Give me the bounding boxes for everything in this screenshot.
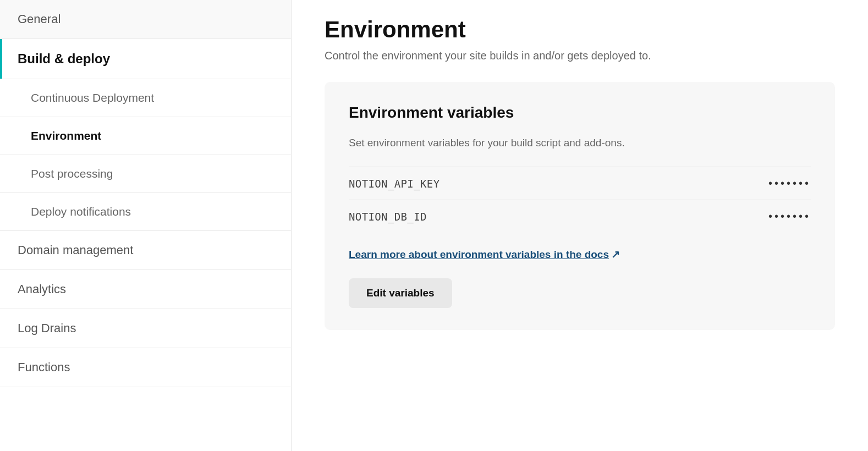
sidebar-item-label: Domain management: [18, 243, 133, 257]
learn-more-text: Learn more about environment variables i…: [349, 249, 609, 260]
sidebar-item-label: General: [18, 12, 61, 26]
card-description: Set environment variables for your build…: [349, 137, 811, 149]
sidebar-item-label: Build & deploy: [18, 51, 110, 67]
page-subtitle: Control the environment your site builds…: [325, 50, 835, 62]
env-variables-card: Environment variables Set environment va…: [325, 82, 835, 330]
sidebar-item-label: Analytics: [18, 282, 66, 296]
env-var-row: NOTION_API_KEY •••••••: [349, 167, 811, 200]
external-link-icon: ↗: [611, 248, 620, 261]
page-title: Environment: [325, 16, 835, 43]
sidebar-item-label: Functions: [18, 360, 70, 375]
sidebar-item-general[interactable]: General: [0, 0, 291, 39]
learn-more-link[interactable]: Learn more about environment variables i…: [349, 248, 620, 261]
sidebar-item-domain-management[interactable]: Domain management: [0, 231, 291, 270]
edit-variables-button[interactable]: Edit variables: [349, 278, 452, 308]
sidebar-item-label: Log Drains: [18, 321, 76, 336]
sidebar-item-build-deploy[interactable]: Build & deploy: [0, 39, 291, 79]
sidebar-item-label: Post processing: [31, 167, 113, 180]
sidebar-item-deploy-notifications[interactable]: Deploy notifications: [0, 193, 291, 231]
env-var-name-1: NOTION_API_KEY: [349, 178, 440, 190]
sidebar-item-label: Environment: [31, 129, 101, 142]
sidebar-item-log-drains[interactable]: Log Drains: [0, 309, 291, 348]
sidebar-item-label: Deploy notifications: [31, 205, 131, 218]
sidebar-item-post-processing[interactable]: Post processing: [0, 155, 291, 193]
sidebar-item-functions[interactable]: Functions: [0, 348, 291, 387]
main-content: Environment Control the environment your…: [292, 0, 868, 451]
sidebar-item-label: Continuous Deployment: [31, 91, 154, 105]
env-var-row: NOTION_DB_ID •••••••: [349, 200, 811, 233]
card-title: Environment variables: [349, 104, 811, 122]
sidebar-item-analytics[interactable]: Analytics: [0, 270, 291, 309]
sidebar-item-continuous-deployment[interactable]: Continuous Deployment: [0, 79, 291, 117]
sidebar-item-environment[interactable]: Environment: [0, 117, 291, 155]
env-var-name-2: NOTION_DB_ID: [349, 211, 427, 223]
sidebar: General Build & deploy Continuous Deploy…: [0, 0, 292, 451]
env-var-value-1: •••••••: [768, 177, 811, 190]
env-var-value-2: •••••••: [768, 210, 811, 223]
